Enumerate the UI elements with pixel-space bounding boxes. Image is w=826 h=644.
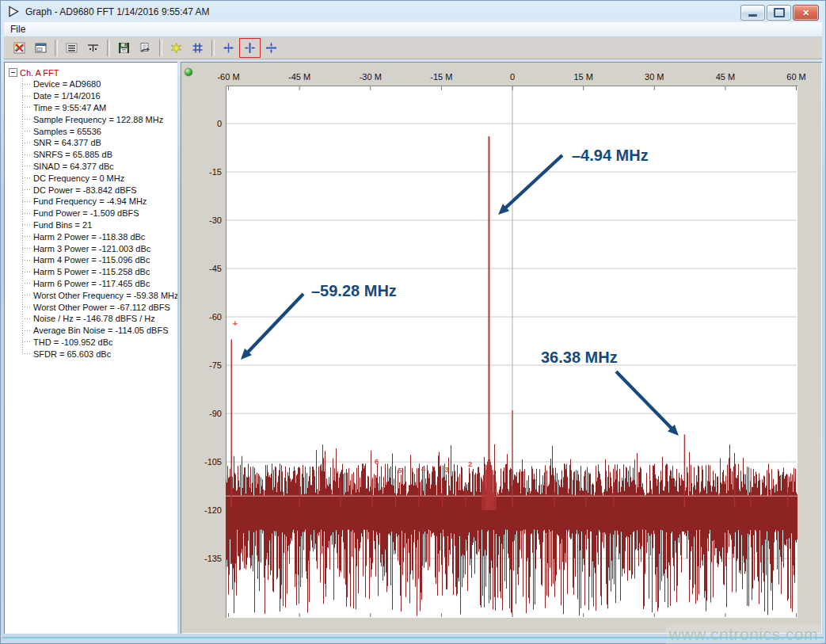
y-tick-label: -60 [209,312,222,322]
tree-item[interactable]: Device = AD9680 [22,78,176,90]
annotation-label: –4.94 MHz [572,147,649,164]
y-tick-label: -15 [209,167,222,177]
tree-item[interactable]: Time = 9:55:47 AM [22,102,176,114]
legend-button[interactable] [61,38,82,58]
tree-item[interactable]: Fund Bins = 21 [22,219,176,231]
tree-item-label: SFDR = 65.603 dBc [33,349,111,359]
tree-connector [22,236,31,237]
menu-item-file[interactable]: File [4,23,32,36]
tree-connector [22,96,31,97]
tree-item[interactable]: Average Bin Noise = -114.05 dBFS [22,325,176,337]
center-cursor-button[interactable] [218,38,239,58]
center-cursor-icon [222,41,235,55]
tree-item-label: Harm 6 Power = -117.465 dBc [33,279,150,288]
tree-item[interactable]: Harm 6 Power = -117.465 dBc [22,278,176,290]
tree-connector [22,272,31,272]
tree-connector [22,107,31,108]
display-properties-button[interactable] [30,38,51,58]
tree-items: Device = AD9680Date = 1/14/2016Time = 9:… [22,78,176,360]
graph-export-icon [13,41,26,55]
annotation-label: 36.38 MHz [541,349,618,366]
x-tick-label: 60 M [786,72,805,82]
watermark: www.cntronics.com [666,625,821,644]
tree-root-label[interactable]: Ch. A FFT [20,68,59,78]
tree-connector [22,353,31,354]
tree-item-label: SINAD = 64.377 dBc [33,162,114,171]
tree-connector [22,177,31,178]
copy-data-icon [139,41,152,55]
tree-item[interactable]: Samples = 65536 [22,125,176,137]
harmonic-label: 5 [398,466,402,474]
cursor-labels-button[interactable] [82,38,104,58]
tree-item[interactable]: DC Power = -83.842 dBFS [22,184,176,196]
tree-item-label: Worst Other Power = -67.112 dBFS [33,303,170,312]
tree-connector [22,295,31,295]
tree-item[interactable]: SNR = 64.377 dB [22,137,176,149]
window-bottom-accent [2,637,824,638]
zoom-y-button[interactable] [261,38,282,58]
tree-item[interactable]: Harm 5 Power = -115.258 dBc [22,266,176,278]
tree-connector [22,131,31,131]
tree-item[interactable]: Fund Power = -1.509 dBFS [22,208,176,219]
tree-item-label: Fund Power = -1.509 dBFS [33,208,139,218]
tree-item-label: Harm 5 Power = -115.258 dBc [33,267,150,276]
y-tick-label: -135 [204,554,222,563]
tree-connector [22,260,31,261]
tree-item[interactable]: THD = -109.952 dBc [22,337,176,349]
y-tick-label: -75 [209,360,222,370]
tree-item-label: Noise / Hz = -146.78 dBFS / Hz [33,314,155,323]
autoscale-button[interactable] [166,38,187,58]
harmonic-label: 4 [421,464,426,473]
tree-item[interactable]: Harm 3 Power = -121.003 dBc [22,242,176,254]
tree-item-label: Device = AD9680 [33,79,101,89]
x-tick-label: 15 M [573,72,592,82]
chart-panel: -60 M-45 M-30 M-15 M015 M30 M45 M60 M0-1… [181,62,822,634]
tree-item[interactable]: Worst Other Frequency = -59.38 MHz [22,289,176,301]
minimize-button[interactable] [740,5,765,21]
x-tick-label: 0 [510,72,515,82]
tree-connector [22,154,31,155]
graph-export-button[interactable] [9,38,30,58]
tree-item-label: Average Bin Noise = -114.05 dBFS [33,326,169,335]
zoom-x-button[interactable] [239,38,261,58]
tree-item[interactable]: DC Frequency = 0 MHz [22,172,176,184]
app-window: { "window": { "title": "Graph - AD9680 F… [0,0,826,644]
tree-item-label: Sample Frequency = 122.88 MHz [33,115,163,124]
tree-item[interactable]: Harm 2 Power = -118.38 dBc [22,231,176,242]
y-tick-label: -90 [209,409,222,418]
tree-connector [22,84,31,85]
tree-connector [22,341,31,342]
tree-item[interactable]: Sample Frequency = 122.88 MHz [22,113,176,125]
tree-collapse-icon[interactable] [9,68,17,77]
tree-item-label: Date = 1/14/2016 [33,91,101,101]
caption-buttons: ✕ [740,5,819,21]
tree-item-label: Samples = 65536 [33,127,101,136]
tree-item-label: Time = 9:55:47 AM [33,103,106,112]
tree-item[interactable]: SINAD = 64.377 dBc [22,161,176,173]
tree-item-label: SNR = 64.377 dB [33,138,101,147]
fft-spectrum-chart[interactable]: -60 M-45 M-30 M-15 M015 M30 M45 M60 M0-1… [181,62,822,634]
tree-item[interactable]: Harm 4 Power = -115.096 dBc [22,254,176,266]
maximize-button[interactable] [767,5,791,21]
tree-connector [22,189,31,190]
tree-item[interactable]: Date = 1/14/2016 [22,90,176,102]
tree-item[interactable]: Worst Other Power = -67.112 dBFS [22,301,176,313]
tree-item-label: SNRFS = 65.885 dB [33,150,112,159]
grid-button[interactable] [187,38,208,58]
tree-item-label: DC Power = -83.842 dBFS [33,185,137,195]
tree-connector [22,307,31,307]
close-button[interactable]: ✕ [793,5,819,21]
tree-item[interactable]: SNRFS = 65.885 dB [22,149,176,161]
tree-item-label: Fund Frequency = -4.94 MHz [33,196,147,206]
tree-item[interactable]: Noise / Hz = -146.78 dBFS / Hz [22,313,176,325]
toolbar-separator [55,40,58,56]
tree-item[interactable]: SFDR = 65.603 dBc [22,348,176,360]
tree-item[interactable]: Fund Frequency = -4.94 MHz [22,196,176,208]
save-button[interactable] [113,38,135,58]
tree-connector [22,143,31,143]
toolbar [4,37,822,59]
titlebar: Graph - AD9680 FFT 1/14/2016 9:55:47 AM … [4,1,822,22]
copy-data-button[interactable] [135,38,156,58]
y-tick-label: -45 [209,264,222,273]
worst-spur-marker: + [233,318,238,328]
